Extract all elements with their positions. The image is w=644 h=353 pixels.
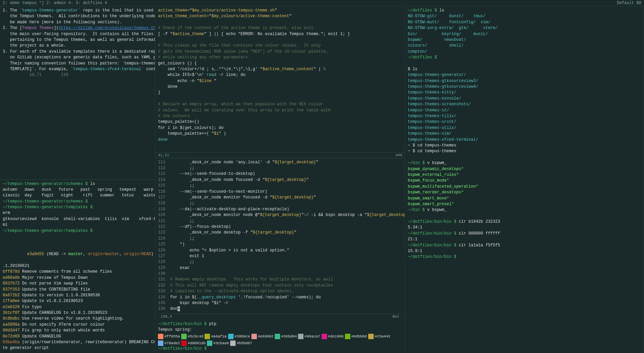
right-cd-1: ~ $ cd tempus-themes bbox=[408, 143, 641, 148]
code-blank3 bbox=[158, 96, 402, 102]
right-clr-2: ~/dotfiles/bin/bin $ clr 000000 ffffff bbox=[408, 231, 641, 237]
line-6: pertaining to the Tempus themes, as well… bbox=[3, 37, 152, 43]
swatch-3: #a6af1a bbox=[205, 334, 226, 339]
right-clr-res2: 21:1 bbox=[408, 237, 641, 242]
swatch-hex-1: #ff855a bbox=[164, 334, 180, 338]
schemes-list2: classic day fugit night rift summer totu… bbox=[3, 193, 152, 198]
templates-list3: ml bbox=[3, 222, 152, 228]
middle-bottom-section: 111 _desk_or_node node 'any.local' -d "$… bbox=[155, 158, 405, 353]
code-comment1: # Check if the content of the active the… bbox=[158, 25, 402, 31]
code-done2: done bbox=[158, 137, 402, 143]
left-bottom-section: ~/tempus-themes-generator/schemes $ ls a… bbox=[0, 180, 155, 353]
left-bottom-content: ~/tempus-themes-generator/schemes $ ls a… bbox=[0, 180, 155, 353]
right-bspwm-prompt2: ~/bin $ v bspwm_ bbox=[408, 207, 641, 213]
code-126: 126 echo "< $option > is not a valid opt… bbox=[158, 248, 402, 253]
swatch-hex-12: #d0091db bbox=[188, 341, 206, 345]
default-label: Default $0 bbox=[617, 1, 641, 5]
swatch-5: #e69092 bbox=[251, 334, 273, 339]
code-func: get_colours () { bbox=[158, 61, 402, 66]
git-log-10: aa5898a Do not specify XTerm cursor colo… bbox=[3, 322, 152, 328]
tempus-label: Tempus spring: bbox=[158, 327, 402, 333]
code-113: 113 --ns|--send-focused-to-desktop) bbox=[158, 171, 402, 177]
right-ls-4: tempus-themes-kitty/ bbox=[408, 90, 641, 96]
right-ls-9: tempus-themes-urxvt/ bbox=[408, 119, 641, 125]
status-bot-label: Bot bbox=[393, 315, 399, 319]
status-left-bottom: 136,4 bbox=[161, 315, 172, 319]
right-prompt2: ~/dotfiles $ bbox=[408, 55, 641, 60]
code-comment2: # This cleans up the file that contains … bbox=[158, 43, 402, 49]
git-head: e3a9d55 (HEAD -> master, origin/master, … bbox=[3, 246, 152, 263]
code-brace: } bbox=[158, 90, 402, 96]
right-bspwm-5: bspwm_reorder_desktops* bbox=[408, 190, 641, 195]
swatch-box-13 bbox=[207, 341, 212, 346]
swatch-1: #ff855a bbox=[158, 334, 180, 339]
code-129: 129 esac bbox=[158, 265, 402, 271]
swatch-10: #c5a443 bbox=[368, 334, 390, 339]
line-10: Their naming convention follows this pat… bbox=[3, 61, 152, 66]
pane-middle: active_theme="$my_colours/active-tempus-… bbox=[155, 6, 405, 353]
right-files-3: NO-STOW-xorg-extra/ gtk/ xterm/ bbox=[408, 25, 641, 31]
right-clr-res3: 15.9:1 bbox=[408, 248, 641, 254]
swatch-13: #3cbaa6 bbox=[207, 341, 229, 346]
git-log-12: 8e72d69 Update CHANGELOG bbox=[3, 334, 152, 340]
code-echo: echo -n "$line " bbox=[158, 78, 402, 84]
tab-labels[interactable]: 1: demo tempus *] 2: admin #- 3: dotfile… bbox=[3, 1, 107, 5]
git-log-11: 80d3d47 Fix grep to only match whole wor… bbox=[3, 328, 152, 333]
code-127: 127 exit 1 bbox=[158, 253, 402, 259]
terminal-prompt1: ~/dotfiles/bin/bin $ ptp bbox=[158, 321, 402, 327]
templates-prompt: ~/tempus-themes-generator/templates $ bbox=[3, 228, 152, 234]
schemes-prompt: ~/tempus-themes-generator/schemes $ bbox=[3, 199, 152, 205]
code-comment6: # values. We will be iterating over this… bbox=[158, 108, 402, 113]
swatch-box-3 bbox=[205, 334, 210, 339]
right-bspwm-7: bspwm_smart_presel* bbox=[408, 201, 641, 207]
swatch-box-6 bbox=[275, 334, 280, 339]
code-117: 117 _desk_or_node monitor focused -d "${… bbox=[158, 195, 402, 200]
code-128: 128 ;; bbox=[158, 259, 402, 265]
swatch-box-7 bbox=[298, 334, 303, 339]
swatch-box-4 bbox=[228, 334, 234, 339]
code-while: while IFS=$'\n' read -r line; do bbox=[158, 72, 402, 78]
swatch-box-10 bbox=[368, 334, 374, 339]
code-comment7: # the colours. bbox=[158, 113, 402, 119]
line-1: 1. The `tempus-themes-generator` repo is… bbox=[3, 8, 152, 13]
line-11: TEMPLATE]`. For example, `tempus-themes-… bbox=[3, 66, 152, 72]
code-131: 131 # Remove empty desktops. This works … bbox=[158, 277, 402, 282]
pane-right: ~/dotfiles $ ls NO-STOW-git/ dunst/ tmux… bbox=[405, 6, 644, 353]
git-log-7: e2a6320 Fix typo bbox=[3, 304, 152, 310]
line-8: 3. For each of the available templates t… bbox=[3, 49, 152, 55]
line-4: 2. The [Tempus Themes](https://gitlab.co… bbox=[3, 25, 152, 31]
templates-list2: gtksourceview4 konsole shell-variables t… bbox=[3, 216, 152, 222]
right-ls-8: tempus-themes-tilix/ bbox=[408, 113, 641, 119]
right-files-6: colours/ shell/ bbox=[408, 43, 641, 49]
code-121: 121 ;; bbox=[158, 218, 402, 224]
line-9: on GitLab (exceptions are generic data f… bbox=[3, 55, 152, 60]
right-bspwm-4: bspwm_multifaceted_operation* bbox=[408, 184, 641, 190]
swatch-box-8 bbox=[322, 334, 327, 339]
right-ls-2: tempus-themes-gtksourceview3/ bbox=[408, 78, 641, 84]
git-log-6: 17fa0ee Update to v1.0.2.20190523 bbox=[3, 298, 152, 304]
code-comment5: # Declare an empty array, which we then … bbox=[158, 102, 402, 107]
status-right-top: 44% bbox=[395, 153, 402, 157]
right-files-4: bin/ keyring/ music/ bbox=[408, 31, 641, 37]
right-ls-3: tempus-themes-gtksourceview4/ bbox=[408, 84, 641, 90]
schemes-dir: ~/tempus-themes-generator/schemes $ ls bbox=[3, 181, 152, 187]
status-bar-bottom: 136,4 Bot bbox=[158, 314, 402, 319]
right-ls-10: tempus-themes-utils/ bbox=[408, 125, 641, 131]
code-115: 115 ;; bbox=[158, 183, 402, 189]
right-files-7: compton/ bbox=[408, 49, 641, 55]
code-125: 125 *) bbox=[158, 242, 402, 247]
code-120: 120 _desk_or_node monitor node @"${targe… bbox=[158, 212, 402, 218]
line-pos: 10,71 11% bbox=[3, 72, 152, 78]
right-files-2: NO-STOW-mutt/ fontconfig/ vim/ bbox=[408, 20, 641, 25]
right-clr-1: ~/dotfiles/bin/bin $ clr b1942b 232323 bbox=[408, 219, 641, 225]
left-top-content: 1. The `tempus-themes-generator` repo is… bbox=[0, 6, 155, 180]
spacer1 bbox=[3, 234, 152, 240]
right-files-1: NO-STOW-git/ dunst/ tmux/ bbox=[408, 13, 641, 19]
right-files-5: bspwm/ newsboat/ bbox=[408, 37, 641, 43]
code-sed: sed '/color+/!d ; s,.*"\(#.*\)",\1,g' "$… bbox=[158, 66, 402, 72]
templates-dir: ~/tempus-themes-generator/templates $ bbox=[3, 205, 152, 210]
swatch-hex-9: #6dbb0d bbox=[351, 334, 367, 338]
code-118: 118 ;; bbox=[158, 200, 402, 206]
swatch-hex-10: #c5a443 bbox=[375, 334, 390, 338]
swatch-11: #70ade2 bbox=[158, 341, 180, 346]
